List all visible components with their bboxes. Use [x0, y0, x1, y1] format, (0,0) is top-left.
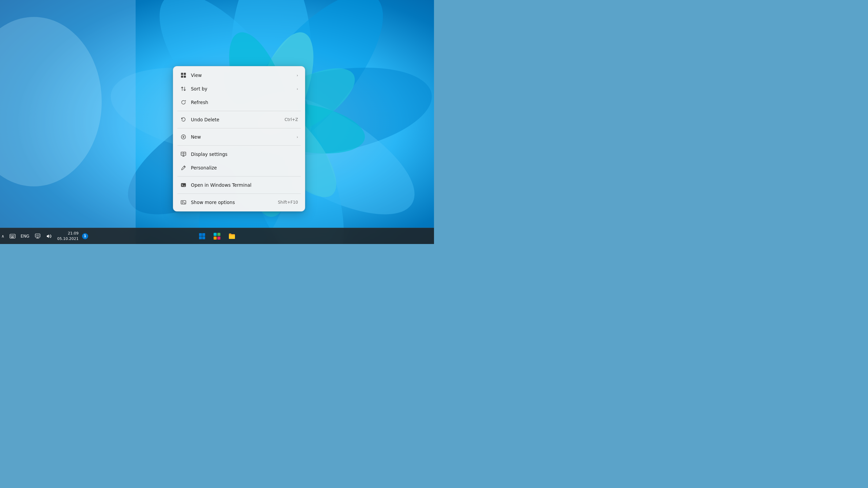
clock-time: 21:09	[68, 231, 79, 236]
menu-item-personalize[interactable]: Personalize	[175, 161, 303, 175]
taskbar-system-tray: ∧ ENG	[0, 230, 88, 242]
file-explorer-button[interactable]	[226, 230, 238, 242]
menu-item-terminal[interactable]: Open in Windows Terminal	[175, 178, 303, 192]
svg-rect-48	[11, 237, 14, 238]
separator-5	[177, 194, 301, 194]
refresh-label: Refresh	[191, 100, 298, 105]
sort-label: Sort by	[191, 86, 293, 92]
new-icon	[180, 134, 187, 140]
menu-item-new[interactable]: New ›	[175, 130, 303, 144]
svg-rect-46	[12, 236, 13, 237]
svg-rect-23	[181, 73, 183, 75]
terminal-icon	[180, 182, 187, 188]
menu-item-display[interactable]: Display settings	[175, 147, 303, 161]
menu-item-more-options[interactable]: Show more options Shift+F10	[175, 196, 303, 209]
more-options-shortcut: Shift+F10	[278, 200, 298, 205]
svg-rect-30	[181, 183, 186, 187]
personalize-icon	[180, 164, 187, 171]
separator-1	[177, 111, 301, 111]
sort-icon	[180, 85, 187, 92]
system-clock[interactable]: 21:09 05.10.2021	[56, 230, 80, 242]
more-icon	[180, 199, 187, 206]
svg-rect-26	[184, 76, 186, 78]
svg-rect-25	[181, 76, 183, 78]
new-label: New	[191, 134, 293, 140]
widgets-button[interactable]	[211, 230, 223, 242]
svg-rect-33	[202, 233, 205, 236]
svg-rect-38	[217, 233, 220, 236]
keyboard-icon[interactable]	[8, 231, 17, 241]
view-label: View	[191, 73, 293, 78]
personalize-label: Personalize	[191, 165, 298, 170]
svg-rect-34	[199, 236, 202, 239]
network-icon[interactable]	[33, 231, 42, 241]
svg-rect-36	[214, 233, 217, 236]
menu-item-refresh[interactable]: Refresh	[175, 96, 303, 109]
svg-rect-44	[14, 235, 14, 236]
menu-item-sort[interactable]: Sort by ›	[175, 82, 303, 96]
refresh-icon	[180, 99, 187, 106]
sort-arrow: ›	[297, 87, 298, 91]
system-tray-expand[interactable]: ∧	[0, 233, 6, 239]
taskbar: ∧ ENG	[0, 228, 434, 244]
svg-rect-42	[12, 235, 12, 236]
more-options-label: Show more options	[191, 200, 274, 205]
volume-icon[interactable]	[44, 231, 54, 241]
view-icon	[180, 72, 187, 79]
undo-icon	[180, 116, 187, 123]
undo-label: Undo Delete	[191, 117, 280, 122]
display-icon	[180, 151, 187, 158]
separator-3	[177, 145, 301, 146]
svg-rect-41	[11, 235, 11, 236]
separator-4	[177, 176, 301, 177]
svg-rect-35	[202, 236, 205, 239]
svg-rect-45	[11, 236, 11, 237]
svg-rect-43	[13, 235, 13, 236]
menu-item-undo[interactable]: Undo Delete Ctrl+Z	[175, 113, 303, 126]
undo-shortcut: Ctrl+Z	[284, 117, 298, 122]
new-arrow: ›	[297, 135, 298, 139]
menu-item-view[interactable]: View ›	[175, 68, 303, 82]
view-arrow: ›	[297, 74, 298, 77]
notification-badge[interactable]: 1	[82, 233, 88, 239]
clock-date: 05.10.2021	[57, 236, 79, 241]
chevron-icon: ∧	[1, 234, 4, 239]
language-indicator[interactable]: ENG	[19, 233, 31, 239]
terminal-label: Open in Windows Terminal	[191, 182, 298, 188]
separator-2	[177, 128, 301, 128]
svg-point-29	[183, 153, 184, 155]
context-menu: View › Sort by › Refresh	[173, 66, 305, 211]
start-button[interactable]	[196, 230, 208, 242]
svg-rect-24	[184, 73, 186, 75]
taskbar-center-icons	[196, 230, 238, 242]
svg-rect-37	[214, 237, 217, 240]
svg-rect-39	[217, 237, 220, 240]
display-label: Display settings	[191, 151, 298, 157]
svg-rect-47	[14, 236, 14, 237]
svg-rect-32	[199, 233, 202, 236]
svg-rect-50	[36, 235, 39, 236]
